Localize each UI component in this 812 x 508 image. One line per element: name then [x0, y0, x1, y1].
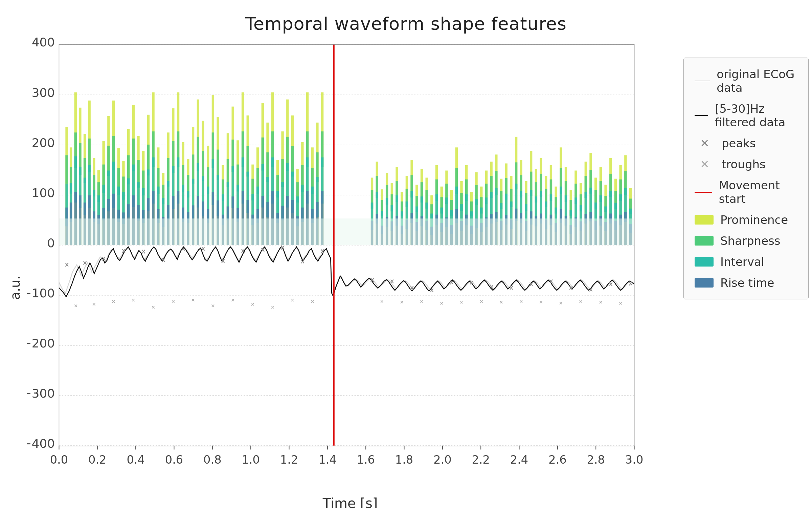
svg-text:2.0: 2.0	[433, 453, 451, 466]
svg-text:0.6: 0.6	[165, 453, 183, 466]
legend-movement-line	[695, 192, 712, 193]
chart-title: Temporal waveform shape features	[245, 14, 567, 34]
svg-text:2.2: 2.2	[472, 453, 490, 466]
svg-text:0.8: 0.8	[203, 453, 221, 466]
legend-risetime-label: Rise time	[720, 276, 774, 290]
plot-and-legend: 400 300 200 100 0 −100 −200 −300	[27, 37, 809, 508]
legend-filtered-line	[695, 115, 708, 116]
legend-prominence-box	[695, 215, 714, 225]
legend-item-sharpness: Sharpness	[695, 234, 797, 248]
svg-text:400: 400	[32, 37, 55, 49]
legend-box: original ECoG data [5-30]Hz filtered dat…	[683, 58, 809, 299]
legend-ecog-line	[695, 81, 710, 81]
svg-text:−400: −400	[27, 437, 55, 450]
svg-text:2.4: 2.4	[510, 453, 528, 466]
svg-text:1.6: 1.6	[357, 453, 375, 466]
svg-text:−100: −100	[27, 286, 55, 300]
plot-wrapper: 400 300 200 100 0 −100 −200 −300	[27, 37, 673, 508]
svg-text:1.8: 1.8	[395, 453, 413, 466]
legend-item-movement: Movement start	[695, 178, 797, 206]
svg-text:−300: −300	[27, 386, 55, 400]
svg-text:0.0: 0.0	[50, 453, 68, 466]
svg-text:−200: −200	[27, 336, 55, 350]
y-axis-label: a.u.	[3, 37, 27, 508]
svg-text:1.4: 1.4	[318, 453, 336, 466]
legend-interval-label: Interval	[720, 255, 764, 269]
svg-text:0.2: 0.2	[88, 453, 106, 466]
svg-text:1.2: 1.2	[280, 453, 298, 466]
svg-text:0: 0	[47, 236, 55, 250]
legend-item-risetime: Rise time	[695, 276, 797, 290]
legend-item-ecog: original ECoG data	[695, 67, 797, 94]
legend-troughs-marker: ✕	[695, 158, 715, 171]
legend-prominence-label: Prominence	[720, 213, 788, 227]
svg-rect-53	[65, 155, 68, 184]
legend-item-prominence: Prominence	[695, 213, 797, 227]
svg-text:1.0: 1.0	[242, 453, 260, 466]
legend-ecog-label: original ECoG data	[717, 67, 797, 94]
x-axis-label: Time [s]	[27, 492, 673, 508]
legend-troughs-label: troughs	[722, 157, 766, 171]
svg-text:200: 200	[32, 136, 55, 150]
legend-item-peaks: ✕ peaks	[695, 136, 797, 150]
main-plot: 400 300 200 100 0 −100 −200 −300	[27, 37, 673, 492]
legend-filtered-label: [5-30]Hz filtered data	[715, 102, 797, 129]
legend-peaks-label: peaks	[722, 136, 756, 150]
svg-text:300: 300	[32, 86, 55, 100]
legend-sharpness-box	[695, 236, 714, 246]
svg-text:2.8: 2.8	[587, 453, 605, 466]
chart-container: Temporal waveform shape features a.u. 40…	[0, 0, 812, 508]
legend-risetime-box	[695, 278, 714, 288]
svg-text:2.6: 2.6	[548, 453, 566, 466]
legend-item-filtered: [5-30]Hz filtered data	[695, 102, 797, 129]
chart-area: a.u. 400 300 200 100	[3, 37, 809, 508]
svg-text:3.0: 3.0	[625, 453, 643, 466]
legend-peaks-marker: ✕	[695, 137, 715, 150]
legend-item-interval: Interval	[695, 255, 797, 269]
legend-sharpness-label: Sharpness	[720, 234, 780, 248]
svg-text:100: 100	[32, 186, 55, 200]
legend-movement-label: Movement start	[719, 178, 797, 206]
legend-interval-box	[695, 257, 714, 267]
svg-rect-476	[59, 218, 634, 245]
legend-item-troughs: ✕ troughs	[695, 157, 797, 171]
svg-text:0.4: 0.4	[127, 453, 144, 466]
